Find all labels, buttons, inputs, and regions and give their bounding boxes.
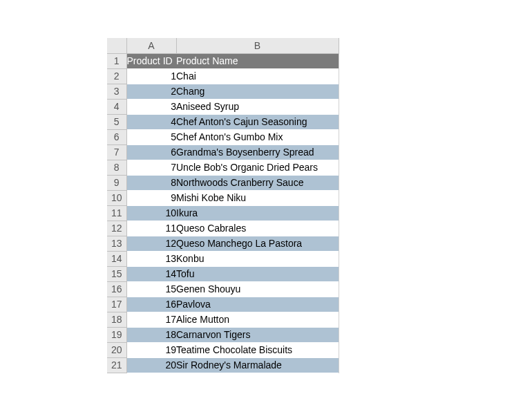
row-header[interactable]: 11 xyxy=(107,205,126,221)
cell-id[interactable]: 7 xyxy=(126,160,176,175)
row-header[interactable]: 12 xyxy=(107,221,126,236)
row-header[interactable]: 1 xyxy=(107,53,126,68)
cell-id[interactable]: 1 xyxy=(126,68,176,84)
cell-id[interactable]: 6 xyxy=(126,144,176,160)
cell-name[interactable]: Teatime Chocolate Biscuits xyxy=(176,342,339,357)
cell-name[interactable]: Carnarvon Tigers xyxy=(176,327,339,342)
column-header-A[interactable]: A xyxy=(126,38,176,53)
cell-name[interactable]: Tofu xyxy=(176,266,339,281)
cell-id[interactable]: 4 xyxy=(126,114,176,129)
row-header[interactable]: 5 xyxy=(107,114,126,129)
cell-name[interactable]: Queso Manchego La Pastora xyxy=(176,236,339,251)
cell-id[interactable]: 5 xyxy=(126,129,176,144)
row-header[interactable]: 10 xyxy=(107,190,126,205)
cell-name[interactable]: Chang xyxy=(176,84,339,99)
cell-id[interactable]: 18 xyxy=(126,327,176,342)
cell-name[interactable]: Chai xyxy=(176,68,339,84)
row-header[interactable]: 8 xyxy=(107,160,126,175)
cell-id[interactable]: 3 xyxy=(126,99,176,114)
row-header[interactable]: 6 xyxy=(107,129,126,144)
row-header[interactable]: 14 xyxy=(107,251,126,266)
cell-name[interactable]: Genen Shouyu xyxy=(176,281,339,297)
row-header[interactable]: 7 xyxy=(107,144,126,160)
cell-id[interactable]: 20 xyxy=(126,357,176,373)
cell-id[interactable]: 14 xyxy=(126,266,176,281)
select-all-corner[interactable] xyxy=(107,38,126,53)
cell-id[interactable]: 2 xyxy=(126,84,176,99)
cell-name[interactable]: Grandma's Boysenberry Spread xyxy=(176,144,339,160)
cell-name[interactable]: Mishi Kobe Niku xyxy=(176,190,339,205)
cell-id[interactable]: 9 xyxy=(126,190,176,205)
cell-name[interactable]: Pavlova xyxy=(176,297,339,312)
column-header-B[interactable]: B xyxy=(176,38,339,53)
row-header[interactable]: 13 xyxy=(107,236,126,251)
cell-id[interactable]: 8 xyxy=(126,175,176,190)
row-header[interactable]: 16 xyxy=(107,281,126,297)
row-header[interactable]: 17 xyxy=(107,297,126,312)
row-header[interactable]: 20 xyxy=(107,342,126,357)
cell-id[interactable]: 15 xyxy=(126,281,176,297)
row-header[interactable]: 4 xyxy=(107,99,126,114)
cell-name[interactable]: Sir Rodney's Marmalade xyxy=(176,357,339,373)
spreadsheet-grid: A B 1 Product ID Product Name 21Chai 32C… xyxy=(107,38,339,373)
cell-id[interactable]: 13 xyxy=(126,251,176,266)
cell-name[interactable]: Queso Cabrales xyxy=(176,221,339,236)
cell-id[interactable]: 10 xyxy=(126,205,176,221)
row-header[interactable]: 15 xyxy=(107,266,126,281)
row-header[interactable]: 9 xyxy=(107,175,126,190)
cell-header-name[interactable]: Product Name xyxy=(176,53,339,68)
row-header[interactable]: 21 xyxy=(107,357,126,373)
cell-id[interactable]: 11 xyxy=(126,221,176,236)
row-header[interactable]: 3 xyxy=(107,84,126,99)
row-header[interactable]: 18 xyxy=(107,312,126,327)
row-header[interactable]: 2 xyxy=(107,68,126,84)
cell-name[interactable]: Chef Anton's Gumbo Mix xyxy=(176,129,339,144)
cell-name[interactable]: Aniseed Syrup xyxy=(176,99,339,114)
cell-name[interactable]: Northwoods Cranberry Sauce xyxy=(176,175,339,190)
cell-name[interactable]: Konbu xyxy=(176,251,339,266)
cell-id[interactable]: 19 xyxy=(126,342,176,357)
cell-name[interactable]: Uncle Bob's Organic Dried Pears xyxy=(176,160,339,175)
cell-header-id[interactable]: Product ID xyxy=(126,53,176,68)
cell-id[interactable]: 12 xyxy=(126,236,176,251)
cell-id[interactable]: 16 xyxy=(126,297,176,312)
cell-name[interactable]: Ikura xyxy=(176,205,339,221)
row-header[interactable]: 19 xyxy=(107,327,126,342)
cell-name[interactable]: Chef Anton's Cajun Seasoning xyxy=(176,114,339,129)
cell-id[interactable]: 17 xyxy=(126,312,176,327)
cell-name[interactable]: Alice Mutton xyxy=(176,312,339,327)
